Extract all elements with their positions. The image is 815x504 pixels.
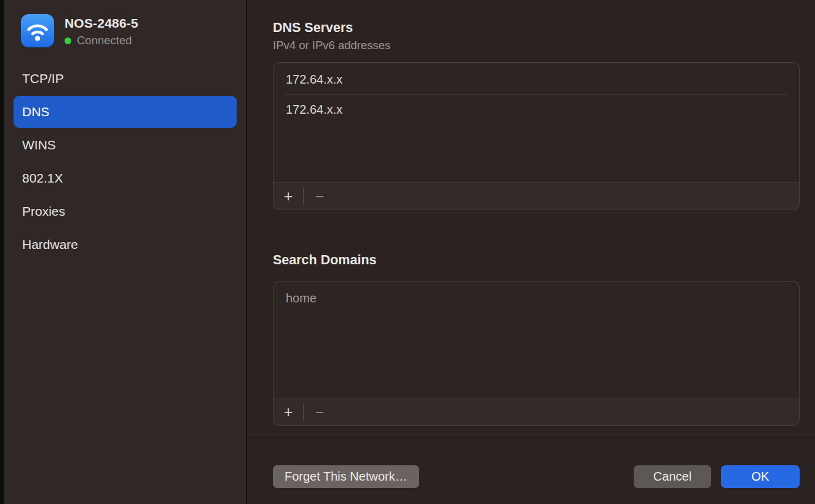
- cancel-button[interactable]: Cancel: [634, 465, 711, 488]
- dns-servers-rows: 172.64.x.x 172.64.x.x: [274, 63, 799, 182]
- dns-server-row[interactable]: 172.64.x.x: [274, 95, 799, 124]
- search-domains-title: Search Domains: [273, 252, 800, 268]
- network-header: NOS-2486-5 Connected: [4, 14, 246, 47]
- ok-button[interactable]: OK: [721, 465, 800, 488]
- dns-server-row[interactable]: 172.64.x.x: [274, 65, 799, 94]
- search-domain-row[interactable]: home: [274, 283, 799, 313]
- dns-servers-subtitle: IPv4 or IPv6 addresses: [273, 39, 800, 52]
- remove-dns-server-button[interactable]: −: [304, 183, 336, 210]
- search-domains-footer: + −: [274, 398, 799, 425]
- wifi-details-window: NOS-2486-5 Connected TCP/IP DNS WINS 802…: [0, 0, 815, 504]
- sidebar-nav: TCP/IP DNS WINS 802.1X Proxies Hardware: [4, 63, 246, 261]
- remove-search-domain-button[interactable]: −: [304, 398, 336, 425]
- connected-status-label: Connected: [77, 34, 132, 47]
- sidebar-item-8021x[interactable]: 802.1X: [14, 162, 237, 194]
- network-status: Connected: [65, 34, 138, 47]
- wifi-icon: [21, 14, 54, 47]
- sidebar-item-wins[interactable]: WINS: [14, 129, 237, 161]
- sidebar-item-tcpip[interactable]: TCP/IP: [14, 63, 237, 95]
- bottom-bar: Forget This Network… Cancel OK: [247, 438, 815, 504]
- search-domains-rows: home: [274, 282, 799, 398]
- forget-network-button[interactable]: Forget This Network…: [273, 465, 419, 488]
- dns-servers-footer: + −: [274, 182, 799, 210]
- main-panel: DNS Servers IPv4 or IPv6 addresses 172.6…: [247, 0, 815, 504]
- search-domains-listbox: home + −: [273, 281, 800, 426]
- sidebar-item-dns[interactable]: DNS: [14, 96, 237, 128]
- network-name: NOS-2486-5: [65, 16, 138, 31]
- add-search-domain-button[interactable]: +: [274, 398, 303, 425]
- dns-servers-title: DNS Servers: [273, 20, 800, 36]
- connected-status-dot: [65, 37, 71, 44]
- sidebar: NOS-2486-5 Connected TCP/IP DNS WINS 802…: [4, 0, 247, 504]
- sidebar-item-proxies[interactable]: Proxies: [14, 195, 237, 227]
- add-dns-server-button[interactable]: +: [274, 183, 303, 210]
- sidebar-item-hardware[interactable]: Hardware: [14, 229, 237, 261]
- network-meta: NOS-2486-5 Connected: [65, 14, 138, 47]
- dns-servers-listbox: 172.64.x.x 172.64.x.x + −: [273, 62, 800, 210]
